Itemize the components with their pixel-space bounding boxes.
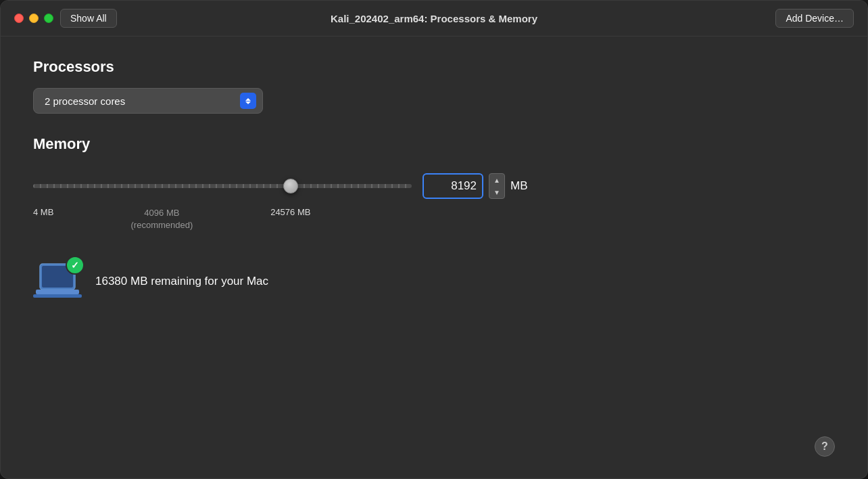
memory-section: Memory ▲ ▼ MB 4 MB — [33, 135, 835, 304]
slider-track — [33, 184, 412, 188]
slider-labels: 4 MB 4096 MB (recommended) 24576 MB — [33, 207, 412, 231]
help-button[interactable]: ? — [815, 436, 835, 457]
memory-slider-container — [33, 177, 412, 196]
processor-cores-select[interactable]: 1 processor core 2 processor cores 4 pro… — [33, 88, 263, 114]
memory-unit-label: MB — [510, 179, 528, 193]
processors-section: Processors 1 processor core 2 processor … — [33, 58, 835, 135]
memory-input-group: ▲ ▼ MB — [423, 173, 528, 199]
checkmark-badge — [66, 256, 85, 275]
processor-select-wrapper: 1 processor core 2 processor cores 4 pro… — [33, 88, 263, 114]
help-button-wrapper: ? — [33, 436, 835, 462]
stepper-up-button[interactable]: ▲ — [489, 174, 504, 186]
memory-value-input[interactable] — [423, 173, 483, 199]
titlebar: Show All Kali_202402_arm64: Processors &… — [1, 1, 867, 37]
minimize-button[interactable] — [29, 14, 39, 23]
svg-rect-2 — [36, 290, 79, 294]
main-content: Processors 1 processor core 2 processor … — [1, 37, 867, 478]
mac-icon-wrapper — [33, 258, 82, 304]
titlebar-right: Add Device… — [775, 9, 854, 28]
mac-remaining-text: 16380 MB remaining for your Mac — [95, 275, 268, 288]
titlebar-left: Show All — [14, 9, 117, 28]
memory-stepper[interactable]: ▲ ▼ — [489, 173, 505, 199]
stepper-down-button[interactable]: ▼ — [489, 186, 504, 198]
memory-slider-row: ▲ ▼ MB — [33, 173, 835, 199]
show-all-button[interactable]: Show All — [60, 9, 117, 28]
window: Show All Kali_202402_arm64: Processors &… — [0, 0, 868, 479]
slider-mid-label: 4096 MB (recommended) — [131, 207, 193, 231]
slider-min-label: 4 MB — [33, 207, 53, 217]
slider-max-label: 24576 MB — [270, 207, 310, 217]
add-device-button[interactable]: Add Device… — [775, 9, 854, 28]
svg-rect-3 — [33, 294, 82, 298]
memory-title: Memory — [33, 135, 835, 153]
maximize-button[interactable] — [44, 14, 53, 23]
window-title: Kali_202402_arm64: Processors & Memory — [331, 13, 537, 24]
close-button[interactable] — [14, 14, 24, 23]
mac-info-row: 16380 MB remaining for your Mac — [33, 258, 835, 304]
slider-thumb[interactable] — [283, 179, 298, 193]
traffic-lights — [14, 14, 53, 23]
processors-title: Processors — [33, 58, 835, 76]
